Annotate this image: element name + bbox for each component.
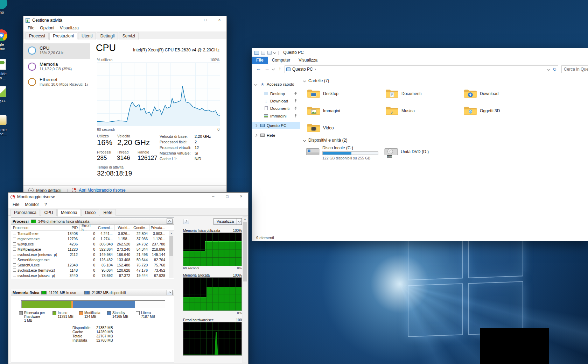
address-bar[interactable]: Questo PC › ↻ — [285, 65, 558, 73]
row-checkbox[interactable] — [13, 253, 16, 256]
folder-tile-download[interactable]: Download — [462, 86, 538, 101]
column-privata[interactable]: Privata... — [150, 225, 167, 230]
column-condivisa[interactable]: Condiv... — [132, 225, 150, 230]
refresh-icon[interactable]: ↻ — [553, 67, 556, 72]
table-row[interactable]: SearchUI.exe12348085.104152.48876.72075.… — [11, 262, 169, 267]
chevron-right-icon[interactable] — [254, 124, 257, 127]
device-tile-dvd-d[interactable]: DVD Unità DVD (D:) — [384, 145, 429, 158]
row-checkbox[interactable] — [13, 274, 16, 277]
search-box[interactable] — [561, 65, 588, 73]
expand-panel-button[interactable] — [183, 219, 189, 224]
menu-opzioni[interactable]: Opzioni — [37, 25, 57, 31]
tab-computer[interactable]: Computer — [268, 57, 295, 64]
minimize-button[interactable]: – — [206, 193, 220, 201]
back-button[interactable]: ← — [256, 66, 261, 71]
nav-item-documenti[interactable]: Documenti — [252, 105, 300, 112]
row-checkbox[interactable] — [13, 263, 16, 266]
recent-locations-icon[interactable] — [272, 67, 275, 70]
explorer-titlebar[interactable]: | Questo PC — [252, 48, 588, 57]
sidebar-item-cpu[interactable]: CPU 16% 2,20 GHz — [24, 43, 90, 59]
task-manager-titlebar[interactable]: Gestione attività – □ × — [23, 16, 226, 24]
menu-file[interactable]: File — [10, 201, 22, 208]
chevron-down-icon[interactable] — [303, 79, 306, 82]
chevron-down-icon[interactable] — [254, 83, 257, 85]
sidebar-item-ethernet[interactable]: Ethernet Inviati: 10,0 Mbps Ricevuti: 17… — [24, 75, 90, 90]
maximize-button[interactable]: □ — [220, 193, 234, 201]
scroll-up-arrow[interactable]: ▲ — [243, 217, 247, 222]
desktop-icon[interactable]: m.exeame... — [0, 115, 12, 136]
forward-button[interactable]: → — [265, 66, 270, 71]
row-checkbox[interactable] — [13, 237, 16, 240]
table-row[interactable]: ServerManager.exe0126.432133.40850.64482… — [11, 257, 169, 262]
folder-tile-oggetti-3d[interactable]: Oggetti 3D — [462, 103, 538, 119]
column-pid[interactable]: PID — [62, 225, 80, 230]
nav-item-questo-pc[interactable]: Questo PC — [252, 122, 300, 129]
tab-file[interactable]: File — [252, 57, 268, 64]
row-checkbox[interactable] — [13, 258, 16, 261]
folder-tile-immagini[interactable]: Immagini — [306, 103, 381, 119]
tab-rete[interactable]: Rete — [100, 209, 115, 216]
quick-access-toolbar-icon[interactable] — [261, 51, 265, 55]
nav-item-rete[interactable]: Rete — [252, 131, 300, 139]
tab-visualizza[interactable]: Visualizza — [294, 57, 322, 64]
collapse-section-button[interactable] — [167, 290, 173, 295]
row-checkbox[interactable] — [13, 242, 16, 245]
nav-item-immagini[interactable]: Immagini — [252, 112, 300, 120]
minimize-button[interactable]: – — [184, 16, 198, 24]
column-errori[interactable]: Errori h... — [80, 225, 97, 230]
table-row[interactable]: MsMpEng.exe112200322.864273.24054.344218… — [11, 247, 169, 252]
menu-help[interactable]: ? — [42, 201, 50, 208]
search-input[interactable] — [562, 66, 588, 73]
nav-quick-access[interactable]: ★ Accesso rapido — [252, 80, 300, 88]
close-button[interactable]: × — [234, 193, 248, 201]
tab-memoria[interactable]: Memoria — [57, 209, 81, 216]
table-row[interactable]: svchost.exe (termsvcs)1148095.064120.628… — [11, 267, 169, 273]
folder-tile-musica[interactable]: ♪ Musica — [384, 103, 459, 119]
menu-file[interactable]: File — [25, 25, 37, 31]
folders-section-header[interactable]: Cartelle (7) — [303, 78, 329, 83]
maximize-button[interactable]: □ — [198, 16, 212, 24]
table-row[interactable]: mgserver.exe1279601.274...1.158...37.936… — [11, 236, 169, 241]
table-row[interactable]: svchost.exe (utcsvc -p)3440073.69287.372… — [11, 273, 169, 278]
table-row[interactable]: w3wp.exe42360306.048262.52024.732237.788 — [11, 241, 169, 247]
row-checkbox[interactable] — [13, 232, 16, 235]
folder-tile-desktop[interactable]: Desktop — [306, 86, 381, 101]
open-resource-monitor-link[interactable]: Apri Monitoraggio risorse — [72, 188, 126, 193]
scroll-thumb[interactable] — [243, 222, 247, 281]
scroll-thumb[interactable] — [169, 236, 173, 256]
tab-cpu[interactable]: CPU — [41, 209, 56, 216]
desktop-icon[interactable]: gleome — [0, 29, 12, 51]
menu-monitor[interactable]: Monitor — [22, 201, 42, 208]
resource-monitor-titlebar[interactable]: Monitoraggio risorse – □ × — [8, 193, 248, 201]
tab-panoramica[interactable]: Panoramica — [10, 209, 40, 216]
tab-dettagli[interactable]: Dettagli — [97, 33, 118, 40]
close-button[interactable]: × — [212, 16, 226, 24]
folder-tile-video[interactable]: Video — [306, 120, 381, 136]
column-working[interactable]: Worki... — [115, 225, 132, 230]
row-checkbox[interactable] — [13, 269, 16, 272]
tab-processi[interactable]: Processi — [26, 33, 49, 40]
nav-item-download[interactable]: ↓ Download — [252, 97, 300, 105]
breadcrumb[interactable]: Questo PC — [292, 67, 313, 72]
sidebar-item-memoria[interactable]: Memoria 11,1/32,0 GB (35%) — [24, 59, 90, 75]
column-commit[interactable]: Commi... — [97, 225, 115, 230]
column-processo[interactable]: Processo — [11, 225, 62, 230]
breadcrumb-chevron-icon[interactable]: › — [315, 67, 316, 72]
table-row[interactable]: svchost.exe (netsvcs -p)21120149.984166.… — [11, 252, 169, 257]
desktop-icon[interactable]: Guidecro ... — [0, 59, 12, 80]
nav-item-desktop[interactable]: Desktop — [252, 90, 300, 97]
process-table-scrollbar[interactable]: ▲ — [169, 231, 174, 278]
tab-servizi[interactable]: Servizi — [119, 33, 139, 40]
menu-visualizza[interactable]: Visualizza — [57, 25, 82, 31]
chevron-down-icon[interactable] — [303, 139, 306, 142]
devices-section-header[interactable]: Dispositivi e unità (2) — [303, 138, 347, 143]
device-tile-disco-c[interactable]: Disco locale (C:) 122 GB disponibili su … — [306, 145, 378, 160]
scroll-up-arrow[interactable]: ▲ — [169, 231, 174, 236]
desktop-icon[interactable]: ino — [0, 0, 12, 14]
collapse-section-button[interactable] — [167, 219, 173, 224]
up-button[interactable]: ↑ — [279, 66, 281, 71]
folder-tile-documenti[interactable]: Documenti — [384, 86, 459, 101]
tab-prestazioni[interactable]: Prestazioni — [49, 33, 77, 40]
qat-customize-icon[interactable] — [273, 51, 276, 54]
memory-section-header[interactable]: Memoria fisica 11291 MB in uso 21352 MB … — [11, 289, 174, 296]
